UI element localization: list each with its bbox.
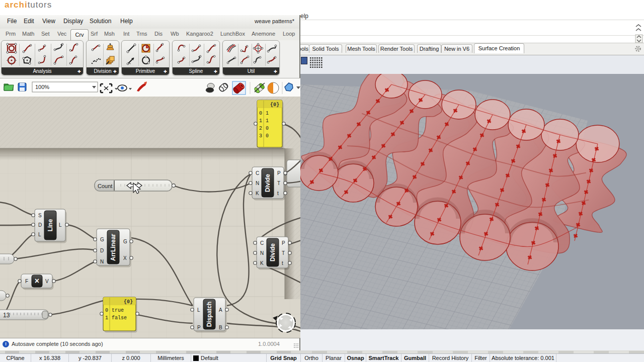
svg-text:0: 0 (266, 133, 269, 139)
svg-text:Count: Count (98, 183, 112, 189)
svg-text:N: N (256, 180, 259, 186)
svg-text:N: N (100, 259, 104, 264)
svg-text:1: 1 (105, 315, 108, 321)
svg-text:1: 1 (259, 118, 262, 124)
svg-text:C: C (260, 240, 264, 246)
svg-text:{0}: {0} (124, 299, 133, 305)
svg-text:L: L (38, 232, 41, 237)
svg-text:C: C (256, 170, 259, 176)
svg-text:t: t (282, 260, 283, 266)
svg-text:P: P (197, 325, 201, 330)
svg-text:3: 3 (259, 133, 262, 139)
svg-text:F: F (25, 279, 28, 284)
svg-text:ArrLinear: ArrLinear (110, 234, 117, 261)
svg-text:1: 1 (266, 111, 269, 116)
svg-text:G: G (100, 237, 104, 242)
svg-text:G: G (123, 239, 127, 244)
svg-text:2: 2 (259, 126, 262, 131)
svg-text:X: X (123, 255, 127, 261)
svg-text:V: V (45, 279, 49, 284)
svg-text:P: P (282, 240, 285, 246)
svg-text:true: true (112, 308, 124, 313)
svg-text:P: P (277, 170, 281, 176)
svg-text:0: 0 (105, 308, 108, 313)
svg-text:N: N (260, 250, 264, 256)
svg-text:T: T (282, 250, 285, 256)
svg-text:L: L (59, 222, 62, 228)
svg-text:A: A (219, 307, 222, 313)
svg-text:t: t (277, 191, 279, 196)
svg-text:S: S (38, 213, 42, 218)
svg-text:13: 13 (3, 312, 10, 319)
svg-text:L: L (197, 307, 200, 313)
svg-text:0: 0 (259, 111, 262, 116)
svg-text:0: 0 (266, 126, 269, 131)
svg-text:D: D (100, 248, 104, 253)
svg-text:Dispatch: Dispatch (206, 302, 213, 327)
svg-text:Divide: Divide (264, 174, 271, 192)
svg-text:Divide: Divide (269, 243, 276, 261)
svg-text:K: K (260, 260, 264, 266)
svg-text:Line: Line (47, 219, 54, 231)
svg-text:{0}: {0} (270, 102, 279, 108)
svg-text:D: D (38, 222, 42, 228)
svg-text:1: 1 (266, 118, 269, 124)
svg-text:B: B (219, 325, 222, 330)
svg-text:×: × (35, 277, 39, 285)
svg-text:T: T (277, 180, 280, 186)
svg-text:false: false (112, 315, 127, 321)
svg-text:K: K (256, 191, 259, 196)
